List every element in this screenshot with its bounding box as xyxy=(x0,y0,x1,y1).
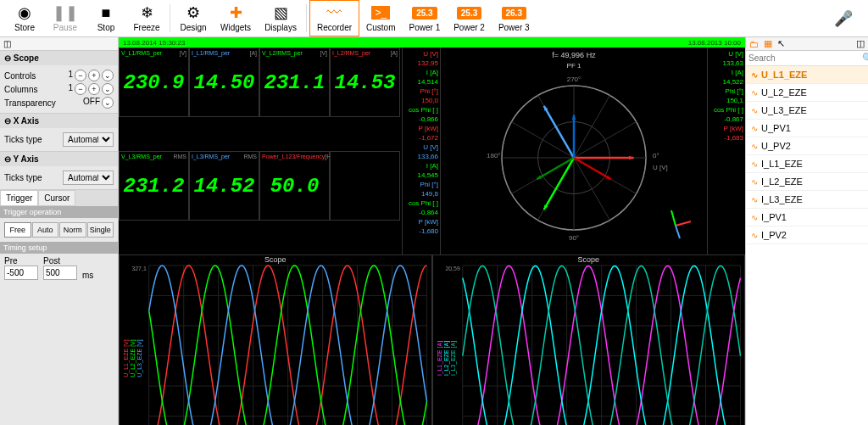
pause-button[interactable]: ❚❚Pause xyxy=(45,0,86,36)
xaxis-ticks-select[interactable]: Automatic xyxy=(63,132,114,147)
info-value: P [kW] xyxy=(404,125,438,132)
svg-text:U_L3_EZE [V]: U_L3_EZE [V] xyxy=(136,339,143,377)
cursor-icon[interactable]: ↖ xyxy=(777,38,785,49)
folder-icon[interactable]: 🗀 xyxy=(749,39,759,49)
power3-button[interactable]: 26.3Power 3 xyxy=(492,0,537,36)
mode-free-button[interactable]: Free xyxy=(4,222,31,238)
channel-item[interactable]: ∿U_L2_EZE xyxy=(746,84,868,102)
svg-text:90°: 90° xyxy=(569,234,579,242)
signal-icon: ∿ xyxy=(751,142,758,151)
info-value: 14,545 xyxy=(404,171,438,179)
plus-icon: ✚ xyxy=(230,4,242,21)
info-value: cos Phi [ ] xyxy=(404,106,438,114)
channel-item[interactable]: ∿U_L3_EZE xyxy=(746,102,868,120)
search-input[interactable] xyxy=(746,51,859,65)
columns-plus-button[interactable]: + xyxy=(88,83,100,95)
panel-toggle-icon[interactable]: ◫ xyxy=(3,39,11,48)
search-icon[interactable]: 🔍 xyxy=(859,53,868,64)
ticks-label: Ticks type xyxy=(4,135,42,144)
channel-item[interactable]: ∿I_L3_EZE xyxy=(746,191,868,209)
controls-value: 1 xyxy=(68,70,73,81)
power2-button[interactable]: 25.3Power 2 xyxy=(447,0,492,36)
meter-cell[interactable]: V_L3/RMS_perRMS231.2 xyxy=(119,151,189,221)
tab-trigger[interactable]: Trigger xyxy=(0,190,38,206)
channel-item[interactable]: ∿I_L1_EZE xyxy=(746,155,868,173)
calendar-icon[interactable]: ▦ xyxy=(764,38,772,49)
channel-item[interactable]: ∿I_PV1 xyxy=(746,209,868,226)
right-panel: 🗀 ▦ ↖ ◫ 🔍 ∿U_L1_EZE∿U_L2_EZE∿U_L3_EZE∿U_… xyxy=(745,37,868,425)
info-value: 150,0 xyxy=(404,97,438,104)
expand-icon[interactable]: ⊖ xyxy=(4,154,11,164)
expand-icon[interactable]: ⊖ xyxy=(4,53,11,63)
ms-label: ms xyxy=(82,271,93,280)
columns-minus-button[interactable]: − xyxy=(75,83,86,95)
info-value: U [V] xyxy=(709,50,743,58)
svg-text:180°: 180° xyxy=(487,152,501,159)
meter-cell[interactable]: V_L1/RMS_per[V]230.9 xyxy=(119,48,189,117)
widgets-button[interactable]: ✚Widgets xyxy=(214,0,258,36)
signal-icon: ∿ xyxy=(751,124,758,133)
meter-cell[interactable] xyxy=(330,151,400,221)
mode-auto-button[interactable]: Auto xyxy=(32,222,59,238)
scope-right[interactable]: Scope 20,59-20,59-45,0-35,0-25,0-15,0-5,… xyxy=(432,254,746,425)
snowflake-icon: ❄ xyxy=(141,4,153,21)
store-button[interactable]: ◉Store xyxy=(4,0,45,36)
transparency-toggle-button[interactable]: ⌄ xyxy=(102,97,114,109)
transparency-label: Transparency xyxy=(4,98,56,108)
post-input[interactable] xyxy=(43,266,77,280)
channel-item[interactable]: ∿I_L2_EZE xyxy=(746,173,868,191)
displays-button[interactable]: ▧Displays xyxy=(258,0,303,36)
trigger-operation-head: Trigger operation xyxy=(0,206,118,218)
tab-cursor[interactable]: Cursor xyxy=(38,190,75,206)
info-value: I [A] xyxy=(404,162,438,170)
info-value: 14,514 xyxy=(404,78,438,86)
pre-input[interactable] xyxy=(4,266,38,280)
svg-text:I_L3_EZE [A]: I_L3_EZE [A] xyxy=(449,341,456,376)
meter-cell[interactable]: I_L3/RMS_perRMS14.52 xyxy=(189,151,259,221)
mic-button[interactable]: 🎤 xyxy=(823,0,864,36)
design-button[interactable]: ⚙Design xyxy=(173,0,214,36)
ticks-label: Ticks type xyxy=(4,173,42,182)
info-value: -1,680 xyxy=(404,227,438,235)
info-value: U [V] xyxy=(404,143,438,151)
channel-item[interactable]: ∿I_PV2 xyxy=(746,226,868,244)
svg-text:PF 1: PF 1 xyxy=(567,62,581,70)
mode-norm-button[interactable]: Norm xyxy=(59,222,86,238)
recorder-button[interactable]: 〰Recorder xyxy=(309,0,359,36)
info-value: -1,683 xyxy=(709,134,743,142)
channel-list: ∿U_L1_EZE∿U_L2_EZE∿U_L3_EZE∿U_PV1∿U_PV2∿… xyxy=(746,66,868,425)
microphone-icon: 🎤 xyxy=(834,10,853,27)
channel-item[interactable]: ∿U_PV2 xyxy=(746,137,868,155)
controls-plus-button[interactable]: + xyxy=(88,70,100,81)
record-icon: ◉ xyxy=(18,4,31,21)
svg-text:270°: 270° xyxy=(567,75,581,83)
gear-icon: ⚙ xyxy=(186,4,200,21)
panel-toggle-icon[interactable]: ◫ xyxy=(856,38,865,49)
meter-cell[interactable]: I_L1/RMS_per[A]14.50 xyxy=(189,48,259,117)
controls-opts-button[interactable]: ⌄ xyxy=(102,70,114,81)
custom-button[interactable]: >_Custom xyxy=(359,0,402,36)
meter-cell[interactable]: I_L2/RMS_per[A]14.53 xyxy=(330,48,400,117)
meter-cell[interactable]: V_L2/RMS_per[V]231.1 xyxy=(259,48,330,117)
yaxis-ticks-select[interactable]: Automatic xyxy=(63,171,114,185)
channel-item[interactable]: ∿U_L1_EZE xyxy=(746,66,868,84)
expand-icon[interactable]: ⊖ xyxy=(4,116,11,126)
stop-button[interactable]: ■Stop xyxy=(86,0,126,36)
scope-left[interactable]: Scope 327,1-327,1-45,0-35,0-25,0-15,0-5,… xyxy=(119,254,432,425)
svg-text:327,1: 327,1 xyxy=(131,266,147,271)
power-badge-icon: 25.3 xyxy=(412,4,437,21)
info-value: -0,864 xyxy=(404,209,438,216)
channel-item[interactable]: ∿U_PV1 xyxy=(746,120,868,137)
signal-icon: ∿ xyxy=(751,231,758,240)
mode-single-button[interactable]: Single xyxy=(87,222,114,238)
meter-cell[interactable]: Power_L123/Frequency[Hz]50.0 xyxy=(259,151,330,221)
power-badge-icon: 26.3 xyxy=(502,4,526,21)
info-value: 149,8 xyxy=(404,190,438,198)
info-value: I [A] xyxy=(404,69,438,76)
columns-opts-button[interactable]: ⌄ xyxy=(102,83,114,95)
power1-button[interactable]: 25.3Power 1 xyxy=(403,0,448,36)
controls-minus-button[interactable]: − xyxy=(75,70,86,81)
info-value: P [kW] xyxy=(709,125,743,132)
polar-widget[interactable]: f= 49,996 HzPF 1270°0°90°180°U [V] xyxy=(440,48,707,254)
freeze-button[interactable]: ❄Freeze xyxy=(126,0,167,36)
